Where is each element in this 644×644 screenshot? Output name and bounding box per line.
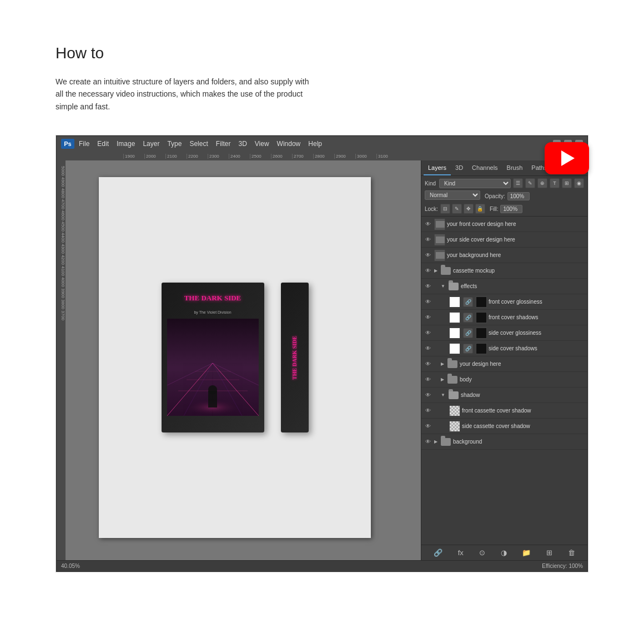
layer-item[interactable]: 👁 front cassette cover shadow [421,403,587,419]
eye-icon[interactable]: 👁 [424,220,432,229]
kind-icon3[interactable]: ⊕ [537,178,547,188]
menu-edit[interactable]: Edit [97,140,109,148]
layer-link-icon[interactable]: 🔗 [463,297,473,307]
layer-name: cassette mockup [453,268,585,274]
menu-help[interactable]: Help [308,140,322,148]
cassette-scene: THE DARK SIDE by The Violet Division [99,177,371,538]
eye-icon[interactable]: 👁 [424,282,432,291]
layer-item[interactable]: 👁 🔗 side cover shadows [421,341,587,356]
layer-item[interactable]: 👁 ▶ body [421,372,587,388]
eye-icon[interactable]: 👁 [424,298,432,306]
layer-item[interactable]: 👁 ▶ cassette mockup [421,263,587,279]
layer-item[interactable]: 👁 🔗 front cover shadows [421,310,587,325]
menu-select[interactable]: Select [189,140,208,148]
layer-item[interactable]: 👁 🔗 front cover glossiness [421,294,587,310]
kind-icon2[interactable]: ✎ [525,178,535,188]
layer-item[interactable]: 👁 ▼ effects [421,279,587,294]
layer-link-icon[interactable]: 🔗 [463,328,473,338]
layer-mask-thumb [476,312,487,323]
ruler-3100: 3100 [376,154,398,159]
chevron-icon[interactable]: ▼ [441,393,445,398]
adjustment-icon[interactable]: ◑ [501,549,507,557]
eye-icon[interactable]: 👁 [424,313,432,322]
new-layer-icon[interactable]: ⊞ [546,549,552,557]
menu-filter[interactable]: Filter [216,140,231,148]
menu-type[interactable]: Type [167,140,182,148]
layer-link-icon[interactable]: 🔗 [463,344,473,354]
add-mask-icon[interactable]: ⊙ [479,549,485,557]
eye-icon[interactable]: 👁 [424,251,432,260]
chevron-icon[interactable]: ▶ [441,377,444,382]
layer-name: your design here [460,361,585,367]
fx-icon[interactable]: fx [458,549,464,557]
eye-icon[interactable]: 👁 [424,391,432,400]
tab-channels[interactable]: Channels [467,160,502,175]
kind-icon5[interactable]: ⊞ [562,178,572,188]
lock-transparent-btn[interactable]: ⊟ [440,204,450,214]
eye-icon[interactable]: 👁 [424,360,432,369]
cassette-side-text: THE DARK SIDE [291,336,298,380]
layer-item[interactable]: 👁 your side cover design here [421,232,587,248]
youtube-play-button[interactable] [545,142,589,174]
menu-3d[interactable]: 3D [238,140,246,148]
ps-body: 5000 4900 4800 4700 4600 4500 4400 4300 … [57,160,587,560]
lock-move-btn[interactable]: ✥ [464,204,474,214]
ps-canvas-area[interactable]: THE DARK SIDE by The Violet Division [66,160,421,560]
kind-label: Kind [425,180,436,187]
layer-item[interactable]: 👁 ▶ your design here [421,356,587,372]
eye-icon[interactable]: 👁 [424,344,432,353]
eye-icon[interactable]: 👁 [424,235,432,244]
layer-name: front cover shadows [489,314,585,320]
eye-icon[interactable]: 👁 [424,266,432,275]
menu-layer[interactable]: Layer [143,140,159,148]
opacity-row: Opacity: [485,192,530,200]
menu-image[interactable]: Image [117,140,135,148]
layer-link-icon[interactable]: 🔗 [463,313,473,323]
tab-brush[interactable]: Brush [502,160,527,175]
eye-icon[interactable]: 👁 [424,406,432,415]
layer-item[interactable]: 👁 your background here [421,248,587,263]
page-title: How to [56,44,588,62]
opacity-input[interactable] [507,192,530,200]
layer-item[interactable]: 👁 ▼ shadow [421,388,587,403]
eye-icon[interactable]: 👁 [424,422,432,431]
layer-thumb-folder [448,281,459,292]
kind-icon1[interactable]: ☰ [513,178,523,188]
ruler-2900: 2900 [334,154,355,159]
ruler-2200: 2200 [187,154,208,159]
chevron-icon[interactable]: ▶ [434,439,437,444]
chevron-icon[interactable]: ▶ [441,361,444,366]
lock-paint-btn[interactable]: ✎ [452,204,462,214]
layer-name: body [460,376,585,383]
lock-all-btn[interactable]: 🔒 [475,204,485,214]
kind-icon4[interactable]: T [550,178,560,188]
kind-icon6[interactable]: ◉ [574,178,584,188]
menu-view[interactable]: View [255,140,269,148]
menu-file[interactable]: File [79,140,89,148]
layer-name: front cover glossiness [489,299,585,305]
layer-name: background [453,439,585,445]
layer-item[interactable]: 👁 ▶ background [421,434,587,450]
svg-rect-17 [436,252,445,259]
eye-icon[interactable]: 👁 [424,329,432,338]
fill-input[interactable] [500,205,522,213]
tab-layers[interactable]: Layers [424,160,451,175]
panel-bottom-bar: 🔗 fx ⊙ ◑ 📁 ⊞ 🗑 [421,545,587,560]
ruler-numbers: 1900 2000 2100 2200 2300 2400 2500 2600 … [123,154,398,159]
kind-select[interactable]: Kind [439,179,511,188]
folder-icon [441,438,451,446]
layer-item[interactable]: 👁 side cassette cover shadow [421,419,587,434]
eye-icon[interactable]: 👁 [424,437,432,446]
menu-window[interactable]: Window [277,140,301,148]
chevron-icon[interactable]: ▶ [434,268,437,273]
ps-titlebar: Ps File Edit Image Layer Type Select Fil… [57,136,587,152]
layer-item[interactable]: 👁 🔗 side cover glossiness [421,325,587,341]
link-layers-icon[interactable]: 🔗 [434,549,442,557]
layer-item[interactable]: 👁 your front cover design here [421,217,587,232]
tab-3d[interactable]: 3D [451,160,467,175]
chevron-icon[interactable]: ▼ [441,284,445,289]
blend-mode-select[interactable]: Normal [425,190,480,200]
eye-icon[interactable]: 👁 [424,375,432,384]
new-group-icon[interactable]: 📁 [522,549,531,557]
delete-layer-icon[interactable]: 🗑 [568,549,575,557]
